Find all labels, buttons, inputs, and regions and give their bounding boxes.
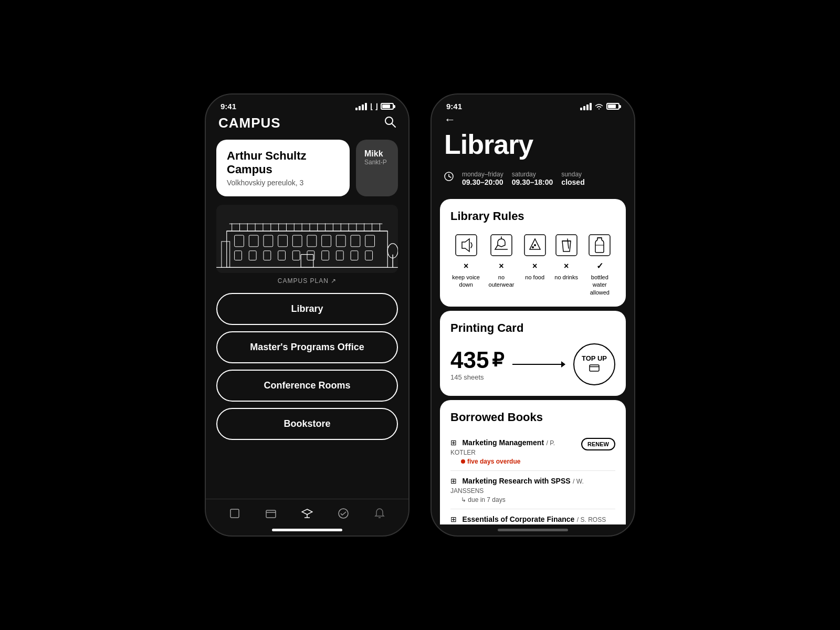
book-title-text: Essentials of Corporate Finance	[462, 515, 574, 523]
saturday-time: 09.30–18:00	[512, 178, 553, 186]
outerwear-icon-wrap	[488, 232, 515, 259]
drinks-label: no drinks	[554, 274, 578, 281]
book-info: ⊞ Essentials of Corporate Finance / S. R…	[450, 514, 606, 524]
voice-icon-wrap	[453, 232, 480, 259]
campus-logo: CAMPUS	[218, 115, 281, 131]
voice-status: ×	[464, 262, 468, 270]
campus-plan-link[interactable]: CAMPUS PLAN ↗	[206, 277, 408, 285]
search-icon[interactable]	[384, 116, 396, 131]
book-title-text: Marketing Research with SPSS	[462, 477, 570, 485]
printing-number: 435	[450, 347, 489, 373]
book-due: ↳ due in 7 days	[450, 496, 615, 503]
right-phone: 9:41 ← Library	[430, 93, 635, 537]
signal-icon	[355, 103, 367, 110]
svg-rect-67	[556, 235, 577, 256]
nav-notifications-icon[interactable]	[372, 506, 387, 524]
sunday-label: sunday	[561, 171, 584, 178]
water-label: bottled water allowed	[584, 274, 615, 296]
right-status-bar: 9:41	[432, 94, 634, 111]
printing-row: 435 ₽ 145 sheets TOP UP	[450, 343, 615, 385]
library-rules-title: Library Rules	[450, 209, 615, 223]
top-up-button[interactable]: TOP UP	[573, 343, 615, 385]
borrowed-books-card: Borrowed Books ⊞ Marketing Management / …	[440, 400, 626, 524]
drinks-status: ×	[564, 262, 569, 270]
drinks-icon-wrap	[553, 232, 580, 259]
library-button[interactable]: Library	[216, 293, 398, 325]
book-author-text: / S. ROSS	[577, 516, 606, 523]
printing-sheets: 145 sheets	[450, 373, 504, 381]
inactive-campus-sub: Sankt-P	[364, 159, 390, 166]
left-time: 9:41	[220, 102, 236, 111]
renew-button[interactable]: RENEW	[581, 438, 615, 450]
printing-card: Printing Card 435 ₽ 145 sheets TOP UP	[440, 311, 626, 396]
rule-food: × no food	[521, 232, 549, 296]
outerwear-label: no outerwear	[486, 274, 517, 289]
right-time: 9:41	[446, 102, 462, 111]
svg-marker-54	[302, 509, 312, 514]
food-status: ×	[532, 262, 537, 270]
left-home-indicator	[272, 529, 342, 531]
right-status-icons	[580, 103, 620, 110]
back-button[interactable]: ←	[432, 111, 634, 127]
food-icon-wrap	[521, 232, 549, 259]
building-illustration	[216, 205, 398, 273]
book-icon: ⊞	[450, 477, 457, 485]
right-home-indicator	[498, 529, 568, 531]
right-screen-content: ← Library monday–friday 09.30–20:00 satu…	[432, 111, 634, 524]
campus-card-inactive[interactable]: Mikk Sankt-P	[356, 140, 398, 196]
nav-pages-icon[interactable]	[263, 506, 279, 524]
hours-section: monday–friday 09.30–20:00 saturday 09.30…	[432, 166, 634, 195]
overdue-dot	[461, 459, 465, 464]
left-status-bar: 9:41 ⌊ ⌋	[206, 94, 408, 111]
food-label: no food	[525, 274, 544, 281]
rule-voice: × keep voice down	[450, 232, 481, 296]
inactive-campus-name: Mikk	[364, 149, 390, 159]
book-info: ⊞ Marketing Research with SPSS / W. JANS…	[450, 476, 615, 495]
card-icon	[589, 364, 600, 374]
rule-water: ✓ bottled water allowed	[584, 232, 615, 296]
right-wifi-icon	[595, 103, 603, 110]
svg-line-69	[568, 239, 569, 248]
left-bottom-nav	[206, 499, 408, 524]
book-title-row: ⊞ Essentials of Corporate Finance / S. R…	[450, 514, 615, 524]
library-rules-card: Library Rules × keep voice down	[440, 199, 626, 307]
outerwear-status: ×	[499, 262, 503, 270]
active-campus-name: Arthur Schultz Campus	[227, 149, 339, 176]
weekday-time: 09.30–20:00	[462, 178, 503, 186]
book-item: ⊞ Marketing Research with SPSS / W. JANS…	[450, 471, 615, 509]
svg-line-1	[392, 123, 395, 127]
svg-rect-51	[230, 509, 239, 518]
weekday-label: monday–friday	[462, 171, 503, 178]
page-title: Library	[432, 127, 634, 166]
right-signal-icon	[580, 103, 592, 110]
hours-sunday: sunday closed	[561, 171, 584, 186]
left-status-icons: ⌊ ⌋	[355, 102, 394, 111]
nav-home-icon[interactable]	[227, 506, 243, 524]
svg-rect-73	[590, 365, 599, 371]
wifi-icon: ⌊ ⌋	[370, 102, 377, 111]
nav-tasks-icon[interactable]	[335, 506, 351, 524]
bookstore-button[interactable]: Bookstore	[216, 408, 398, 440]
outerwear-icon	[490, 234, 513, 257]
water-icon-wrap	[586, 232, 613, 259]
ruble-sign: ₽	[492, 349, 504, 371]
voice-label: keep voice down	[450, 274, 481, 289]
book-due-overdue: five days overdue	[450, 458, 615, 465]
book-title-text: Marketing Management	[462, 438, 544, 447]
campus-card-active[interactable]: Arthur Schultz Campus Volkhovskiy pereul…	[216, 140, 350, 196]
nav-education-icon[interactable]	[299, 506, 315, 524]
battery-icon	[381, 103, 394, 110]
left-screen-content: CAMPUS Arthur Schultz Campus Volkhovskiy…	[206, 111, 408, 499]
printing-amount: 435 ₽ 145 sheets	[450, 347, 504, 381]
book-title-row: ⊞ Marketing Research with SPSS / W. JANS…	[450, 476, 615, 495]
book-title-row: ⊞ Marketing Management / P. KOTLER RENEW	[450, 438, 615, 457]
campus-cards-list: Arthur Schultz Campus Volkhovskiy pereul…	[206, 140, 408, 196]
masters-office-button[interactable]: Master's Programs Office	[216, 331, 398, 363]
rule-outerwear: × no outerwear	[486, 232, 517, 296]
svg-line-61	[449, 176, 451, 177]
water-icon	[588, 234, 611, 257]
book-icon: ⊞	[450, 438, 457, 447]
printing-value: 435 ₽	[450, 347, 504, 373]
svg-rect-62	[456, 235, 477, 256]
conference-rooms-button[interactable]: Conference Rooms	[216, 370, 398, 402]
